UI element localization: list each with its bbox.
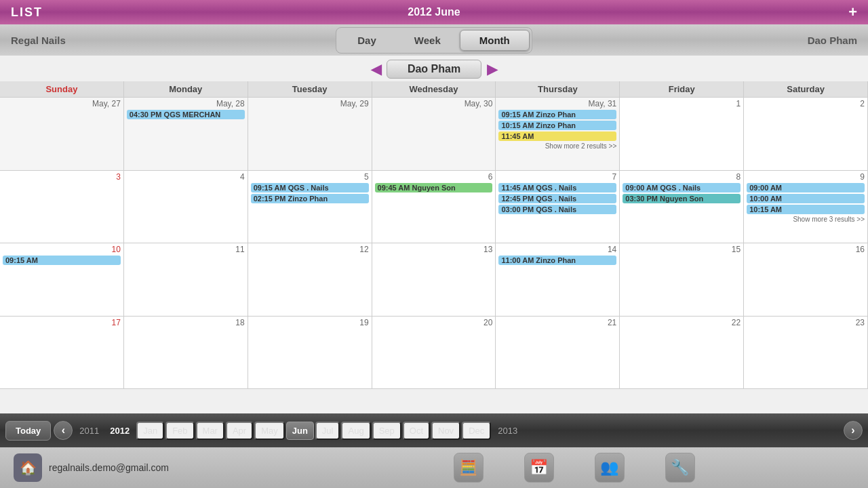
cal-cell-0-3[interactable]: May, 30 [372,98,496,170]
month-btn-jan[interactable]: Jan [136,422,164,440]
calendar-event-1-5-0[interactable]: 09:00 AM QGS . Nails [623,183,741,192]
calendar-event-0-4-1[interactable]: 10:15 AM Zinzo Phan [498,121,616,130]
day-number: 8 [623,172,741,183]
cal-cell-2-1[interactable]: 11 [124,243,248,316]
calendar-event-2-0-0[interactable]: 09:15 AM [3,256,121,265]
cal-cell-3-0[interactable]: 17 [0,317,124,389]
cal-cell-3-5[interactable]: 22 [620,317,744,389]
tools-icon[interactable]: 🔧 [665,453,695,483]
calendar-event-1-5-1[interactable]: 03:30 PM Nguyen Son [623,194,741,203]
calendar-event-1-4-1[interactable]: 12:45 PM QGS . Nails [498,194,616,203]
prev-period-button[interactable]: ‹ [54,421,73,440]
nav-left-label: Regal Nails [11,35,66,46]
day-number: 5 [251,172,369,183]
header-title: 2012 June [408,6,460,18]
nav-bar: Regal Nails Day Week Month Dao Pham [0,24,868,56]
cal-cell-0-1[interactable]: May, 2804:30 PM QGS MERCHAN [124,98,248,170]
footer-toolbar: 🏠 regalnails.demo@gmail.com 🧮 📅 👥 🔧 [0,447,868,488]
year-2011[interactable]: 2011 [75,426,103,436]
month-btn-mar[interactable]: Mar [196,422,224,440]
cal-cell-2-3[interactable]: 13 [372,243,496,316]
show-more-link[interactable]: Show more 2 results >> [498,142,616,150]
month-btn-jul[interactable]: Jul [315,422,340,440]
top-header: LIST 2012 June + [0,0,868,24]
cal-cell-0-0[interactable]: May, 27 [0,98,124,170]
cal-cell-3-2[interactable]: 19 [248,317,372,389]
calendar-event-1-4-0[interactable]: 11:45 AM QGS . Nails [498,183,616,192]
day-number: 10 [3,245,121,256]
calendar-event-1-4-2[interactable]: 03:00 PM QGS . Nails [498,205,616,214]
year-2012[interactable]: 2012 [106,426,134,436]
month-btn-may[interactable]: May [254,422,285,440]
day-number: May, 27 [3,99,121,110]
month-btn-apr[interactable]: Apr [226,422,253,440]
cal-cell-0-2[interactable]: May, 29 [248,98,372,170]
cal-cell-2-5[interactable]: 15 [620,243,744,316]
day-number: 6 [375,172,493,183]
day-number: 23 [747,318,865,329]
cal-cell-1-6[interactable]: 909:00 AM10:00 AM10:15 AMShow more 3 res… [744,171,868,243]
calendar-event-2-4-0[interactable]: 11:00 AM Zinzo Phan [498,256,616,265]
cal-cell-2-6[interactable]: 16 [744,243,868,316]
month-btn-dec[interactable]: Dec [462,422,491,440]
month-btn-jun[interactable]: Jun [286,422,314,440]
people-icon[interactable]: 👥 [595,453,625,483]
cal-cell-1-0[interactable]: 3 [0,171,124,243]
calendar-icon[interactable]: 📅 [524,453,554,483]
tab-day[interactable]: Day [338,30,395,51]
add-button[interactable]: + [848,3,857,21]
cal-cell-3-1[interactable]: 18 [124,317,248,389]
cal-cell-1-1[interactable]: 4 [124,171,248,243]
cal-cell-2-2[interactable]: 12 [248,243,372,316]
toolbar-icons: 🧮 📅 👥 🔧 [294,453,854,483]
cal-cell-3-6[interactable]: 23 [744,317,868,389]
day-number: 20 [375,318,493,329]
cal-cell-0-4[interactable]: May, 3109:15 AM Zinzo Phan10:15 AM Zinzo… [496,98,620,170]
calendar-event-1-6-1[interactable]: 10:00 AM [747,194,865,203]
cal-cell-1-3[interactable]: 609:45 AM Nguyen Son [372,171,496,243]
calendar-week-3: 17181920212223 [0,317,868,390]
calendar-event-1-2-1[interactable]: 02:15 PM Zinzo Phan [251,194,369,203]
user-email: regalnails.demo@gmail.com [49,462,169,473]
calendar-event-1-3-0[interactable]: 09:45 AM Nguyen Son [375,183,493,192]
month-btn-nov[interactable]: Nov [431,422,460,440]
cal-cell-3-3[interactable]: 20 [372,317,496,389]
today-button[interactable]: Today [5,421,51,441]
header-friday: Friday [620,81,744,97]
show-more-link[interactable]: Show more 3 results >> [747,216,865,223]
cal-cell-0-5[interactable]: 1 [620,98,744,170]
day-number: 7 [498,172,616,183]
calendar-event-0-1-0[interactable]: 04:30 PM QGS MERCHAN [127,110,245,119]
calculator-icon[interactable]: 🧮 [454,453,484,483]
cal-cell-1-2[interactable]: 509:15 AM QGS . Nails02:15 PM Zinzo Phan [248,171,372,243]
cal-cell-0-6[interactable]: 2 [744,98,868,170]
prev-person-arrow[interactable]: ◀ [371,61,381,77]
calendar-event-1-6-2[interactable]: 10:15 AM [747,205,865,214]
calendar-event-1-6-0[interactable]: 09:00 AM [747,183,865,192]
cal-cell-1-5[interactable]: 809:00 AM QGS . Nails03:30 PM Nguyen Son [620,171,744,243]
person-name[interactable]: Dao Pham [387,60,481,79]
cal-cell-3-4[interactable]: 21 [496,317,620,389]
calendar-event-0-4-0[interactable]: 09:15 AM Zinzo Phan [498,110,616,119]
calendar-event-1-2-0[interactable]: 09:15 AM QGS . Nails [251,183,369,192]
nav-right-label: Dao Pham [808,35,857,46]
month-btn-sep[interactable]: Sep [372,422,401,440]
cal-cell-2-0[interactable]: 1009:15 AM [0,243,124,316]
header-sunday: Sunday [0,81,124,97]
year-2013[interactable]: 2013 [494,426,521,436]
tab-week[interactable]: Week [395,30,460,51]
day-number: 15 [623,245,741,256]
day-number: May, 31 [498,99,616,110]
day-number: 12 [251,245,369,256]
calendar-event-0-4-2[interactable]: 11:45 AM [498,131,616,141]
month-btn-aug[interactable]: Aug [341,422,370,440]
month-btn-oct[interactable]: Oct [403,422,430,440]
tab-month[interactable]: Month [460,30,530,51]
list-button[interactable]: LIST [11,5,43,20]
next-person-arrow[interactable]: ▶ [487,61,497,77]
cal-cell-2-4[interactable]: 1411:00 AM Zinzo Phan [496,243,620,316]
month-btn-feb[interactable]: Feb [165,422,194,440]
next-period-button[interactable]: › [844,421,863,440]
day-number: 11 [127,245,245,256]
cal-cell-1-4[interactable]: 711:45 AM QGS . Nails12:45 PM QGS . Nail… [496,171,620,243]
